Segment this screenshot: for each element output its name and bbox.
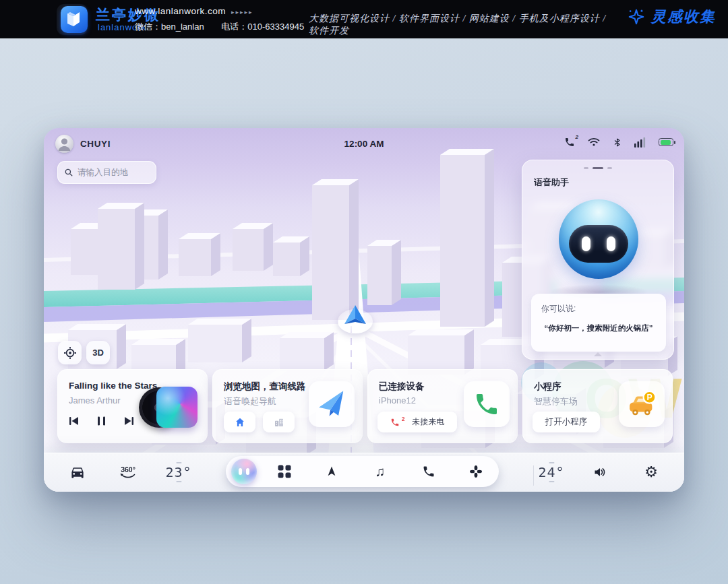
temp-up-dash[interactable] bbox=[176, 462, 181, 463]
paper-plane-icon bbox=[315, 388, 348, 420]
missed-call-label: 未接来电 bbox=[412, 416, 444, 428]
home-icon bbox=[234, 416, 246, 428]
destination-search[interactable] bbox=[57, 161, 156, 184]
nav-card-subtitle: 语音唤起导航 bbox=[224, 395, 276, 408]
device-name: iPhone12 bbox=[379, 395, 416, 405]
navigation-launch-tile[interactable] bbox=[309, 381, 355, 427]
status-icons: 2 bbox=[564, 136, 673, 148]
speaker-icon bbox=[593, 465, 607, 479]
chevron-up-icon[interactable] bbox=[594, 352, 602, 356]
phone-badge: 2 bbox=[576, 134, 578, 140]
360-label: 360° bbox=[121, 465, 135, 474]
wechat-id: ben_lanlan bbox=[161, 22, 204, 32]
volume-button[interactable] bbox=[593, 465, 607, 479]
collect-label: 灵感收集 bbox=[651, 7, 716, 27]
next-track-button[interactable] bbox=[123, 416, 134, 426]
mini-program-card: 小程序 智慧停车场 打开小程序 P bbox=[522, 369, 673, 443]
robot-eye-right bbox=[607, 236, 615, 251]
inspiration-collect-button[interactable]: 灵感收集 bbox=[627, 7, 716, 27]
signal-bars-icon bbox=[634, 136, 646, 148]
battery-icon bbox=[659, 136, 673, 148]
svg-text:P: P bbox=[646, 393, 652, 402]
music-app-button[interactable]: ♫ bbox=[375, 465, 386, 478]
3d-label: 3D bbox=[92, 348, 104, 358]
home-shortcut-button[interactable] bbox=[224, 412, 255, 432]
website-url: www.lanlanwork.com bbox=[135, 6, 226, 16]
pause-button[interactable] bbox=[97, 416, 106, 426]
dock-app-pill: ♫ bbox=[226, 456, 499, 487]
hint-quote: “你好初一，搜索附近的火锅店” bbox=[531, 323, 666, 333]
device-card-title: 已连接设备 bbox=[379, 381, 425, 393]
phone-number: 010-63334945 bbox=[247, 22, 304, 32]
car-icon bbox=[70, 465, 86, 480]
album-art[interactable] bbox=[156, 387, 198, 428]
missed-call-badge: 2 bbox=[402, 416, 405, 422]
phone-status-icon: 2 bbox=[564, 136, 575, 148]
dock-bar: 360° 23° ♫ bbox=[44, 453, 684, 492]
vehicle-settings-button[interactable] bbox=[70, 465, 86, 480]
vehicle-position-marker bbox=[336, 302, 375, 336]
crosshair-icon bbox=[63, 346, 77, 360]
sparkle-star-icon bbox=[627, 7, 646, 26]
360-arc-icon bbox=[120, 474, 136, 480]
office-building-icon bbox=[273, 416, 285, 428]
settings-button[interactable]: ⚙ bbox=[644, 465, 658, 480]
voice-hint-card: 你可以说: “你好初一，搜索附近的火锅店” bbox=[531, 294, 666, 352]
hint-label: 你可以说: bbox=[541, 303, 576, 315]
car-infotainment-screen: OW CHUYI 12:00 AM 2 bbox=[44, 128, 684, 492]
temp-down-dash-right[interactable] bbox=[549, 481, 554, 482]
phone-app-tile[interactable] bbox=[464, 381, 510, 427]
connected-device-card: 已连接设备 iPhone12 2 未接来电 bbox=[367, 369, 518, 443]
navigation-card: 浏览地图，查询线路 语音唤起导航 bbox=[212, 369, 363, 443]
phone-label: 电话： bbox=[221, 22, 247, 32]
camera-360-button[interactable]: 360° bbox=[120, 465, 136, 480]
navigation-app-button[interactable] bbox=[326, 465, 338, 478]
nav-arrow-3d-icon bbox=[340, 302, 370, 329]
promo-header: 兰亭妙微 lanlanwork www.lanlanwork.com▸▸▸▸▸ … bbox=[0, 0, 728, 38]
robot-eye-left bbox=[582, 236, 590, 251]
company-shortcut-button[interactable] bbox=[263, 412, 295, 432]
app-launcher-button[interactable] bbox=[278, 465, 291, 478]
website-arrows: ▸▸▸▸▸ bbox=[231, 9, 253, 15]
open-mini-program-label: 打开小程序 bbox=[545, 416, 588, 428]
temp-down-dash[interactable] bbox=[176, 481, 181, 482]
search-input[interactable] bbox=[78, 168, 149, 177]
voice-panel-title: 语音助手 bbox=[534, 176, 569, 189]
assistant-robot-avatar[interactable] bbox=[559, 199, 638, 279]
app-grid-icon bbox=[278, 465, 291, 478]
music-note-icon: ♫ bbox=[375, 465, 386, 478]
song-artist: James Arthur bbox=[69, 395, 121, 405]
temp-up-dash-right[interactable] bbox=[549, 462, 554, 463]
call-icon bbox=[473, 391, 500, 418]
dock-divider bbox=[533, 465, 534, 486]
website-line: www.lanlanwork.com▸▸▸▸▸ bbox=[135, 6, 253, 16]
playback-controls bbox=[69, 416, 134, 426]
locate-button[interactable] bbox=[58, 341, 82, 364]
previous-track-button[interactable] bbox=[69, 416, 80, 426]
passenger-temp-value: 24° bbox=[538, 465, 564, 479]
parking-car-icon: P bbox=[626, 389, 657, 420]
media-player-card: Falling like the Stars James Arthur bbox=[57, 369, 208, 443]
parking-app-tile[interactable]: P bbox=[619, 381, 665, 427]
wechat-label: 微信： bbox=[135, 22, 161, 32]
map-3d-toggle[interactable]: 3D bbox=[86, 341, 110, 364]
mini-card-title: 小程序 bbox=[534, 381, 562, 393]
phone-app-button[interactable] bbox=[422, 465, 435, 478]
missed-call-icon bbox=[390, 418, 400, 427]
panel-drag-handle[interactable] bbox=[522, 167, 673, 169]
robot-face bbox=[569, 225, 628, 263]
wifi-icon bbox=[588, 136, 600, 148]
services-list: 大数据可视化设计 / 软件界面设计 / 网站建设 / 手机及小程序设计 / 软件… bbox=[309, 13, 609, 37]
open-mini-program-button[interactable]: 打开小程序 bbox=[533, 412, 600, 432]
brand-logo-icon bbox=[61, 6, 88, 33]
climate-fan-button[interactable] bbox=[469, 465, 483, 479]
bluetooth-icon bbox=[613, 136, 621, 148]
missed-call-button[interactable]: 2 未接来电 bbox=[377, 412, 457, 432]
search-icon bbox=[65, 168, 73, 177]
passenger-temperature-stepper[interactable]: 24° bbox=[538, 460, 564, 484]
fan-icon bbox=[469, 465, 483, 479]
driver-temperature-stepper[interactable]: 23° bbox=[165, 460, 191, 484]
contact-line: 微信：ben_lanlan 电话：010-63334945 bbox=[135, 21, 304, 33]
voice-assistant-orb-button[interactable] bbox=[231, 459, 257, 484]
song-title: Falling like the Stars bbox=[69, 381, 157, 391]
